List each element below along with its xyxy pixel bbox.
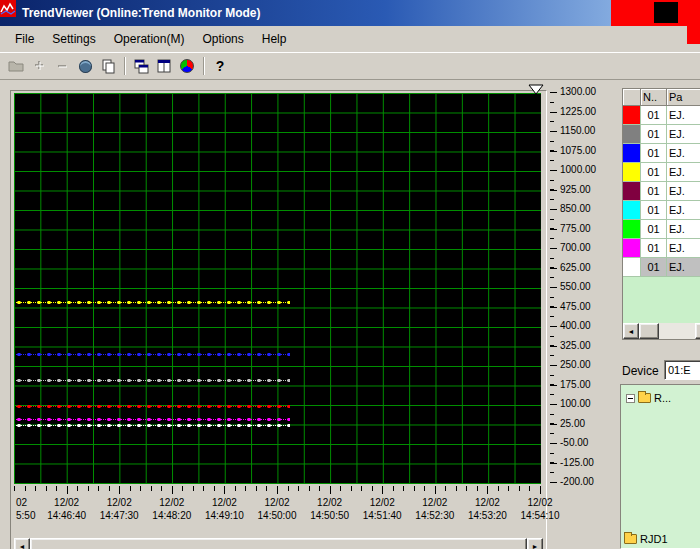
tree-item[interactable]: RJD1 bbox=[624, 533, 668, 545]
series-parameter: EJ. bbox=[667, 258, 700, 277]
copy-button[interactable] bbox=[97, 55, 119, 77]
x-axis-label: 12/0214:51:40 bbox=[363, 496, 402, 522]
folder-icon bbox=[638, 393, 651, 403]
series-number: 01 bbox=[641, 125, 667, 144]
main-area: 025:5012/0214:46:4012/0214:47:3012/0214:… bbox=[0, 80, 700, 549]
menu-options[interactable]: Options bbox=[193, 29, 252, 49]
x-axis-label-time: 14:52:30 bbox=[415, 509, 454, 522]
time-cursor-marker[interactable] bbox=[527, 81, 545, 92]
y-axis-label: 1000.00 bbox=[560, 164, 596, 175]
zoom-out-icon bbox=[54, 58, 70, 74]
color-settings-button[interactable] bbox=[176, 55, 198, 77]
trend-series-red bbox=[16, 404, 290, 409]
parameter-row[interactable]: 01EJ. bbox=[623, 220, 700, 239]
device-tree-panel: R... RJD1 bbox=[620, 384, 700, 549]
y-axis-tick bbox=[550, 482, 557, 483]
titlebar[interactable]: TrendViewer (Online:Trend Monitor Mode) bbox=[0, 0, 700, 26]
scrollbar-thumb[interactable] bbox=[639, 323, 659, 339]
device-label: Device bbox=[622, 364, 659, 378]
series-parameter: EJ. bbox=[667, 182, 700, 201]
y-axis-label: 325.00 bbox=[560, 340, 591, 351]
cascade-windows-button[interactable] bbox=[130, 55, 152, 77]
window-title: TrendViewer (Online:Trend Monitor Mode) bbox=[22, 6, 260, 20]
x-axis-label: 12/0214:53:20 bbox=[468, 496, 507, 522]
red-edge-block bbox=[687, 26, 700, 44]
zoom-in-button[interactable] bbox=[28, 55, 50, 77]
parameter-row[interactable]: 01EJ. bbox=[623, 163, 700, 182]
parameter-row[interactable]: 01EJ. bbox=[623, 201, 700, 220]
x-axis-label: 12/0214:50:50 bbox=[310, 496, 349, 522]
toolbar-separator bbox=[203, 57, 205, 75]
trend-series-magenta bbox=[16, 417, 290, 422]
menu-operationm[interactable]: Operation(M) bbox=[105, 29, 194, 49]
y-axis-label: 175.00 bbox=[560, 379, 591, 390]
help-icon: ? bbox=[216, 58, 225, 74]
column-header[interactable] bbox=[623, 89, 641, 106]
help-button[interactable]: ? bbox=[209, 55, 231, 77]
tile-windows-button[interactable] bbox=[153, 55, 175, 77]
x-axis-label: 025:50 bbox=[16, 496, 35, 522]
y-axis-label: 1075.00 bbox=[560, 145, 596, 156]
parameter-row[interactable]: 01EJ. bbox=[623, 125, 700, 144]
x-axis-tick bbox=[540, 486, 541, 494]
column-header[interactable]: N.. bbox=[641, 89, 667, 106]
y-axis-tick bbox=[550, 248, 557, 249]
parameter-row[interactable]: 01EJ. bbox=[623, 182, 700, 201]
open-file-button[interactable] bbox=[5, 55, 27, 77]
x-axis-label-time: 14:48:20 bbox=[152, 509, 191, 522]
y-axis-tick bbox=[550, 268, 557, 269]
y-axis-label: 400.00 bbox=[560, 320, 591, 331]
tree-root-node[interactable]: R... bbox=[626, 392, 671, 404]
parameter-row[interactable]: 01EJ. bbox=[623, 106, 700, 125]
y-axis-label: 625.00 bbox=[560, 262, 591, 273]
x-axis-label-time: 14:54:10 bbox=[521, 509, 560, 522]
x-axis-label: 12/0214:52:30 bbox=[415, 496, 454, 522]
series-color-swatch bbox=[623, 125, 641, 144]
y-axis-tick bbox=[550, 190, 557, 191]
y-axis-tick bbox=[550, 287, 557, 288]
y-axis-label: 475.00 bbox=[560, 301, 591, 312]
trend-series-white bbox=[16, 423, 290, 428]
series-number: 01 bbox=[641, 106, 667, 125]
series-color-swatch bbox=[623, 182, 641, 201]
parameter-row[interactable]: 01EJ. bbox=[623, 144, 700, 163]
series-number: 01 bbox=[641, 144, 667, 163]
menu-file[interactable]: File bbox=[6, 29, 43, 49]
x-axis: 025:5012/0214:46:4012/0214:47:3012/0214:… bbox=[14, 486, 543, 536]
parameter-row[interactable]: 01EJ. bbox=[623, 239, 700, 258]
parameter-row[interactable]: 01EJ. bbox=[623, 258, 700, 277]
y-axis-label: 850.00 bbox=[560, 203, 591, 214]
menu-help[interactable]: Help bbox=[253, 29, 296, 49]
y-axis-tick bbox=[550, 170, 557, 171]
scrollbar-thumb[interactable] bbox=[30, 538, 527, 549]
scroll-right-arrow-icon[interactable] bbox=[695, 323, 700, 339]
series-parameter: EJ. bbox=[667, 220, 700, 239]
time-scrollbar[interactable] bbox=[14, 538, 543, 549]
online-mode-button[interactable] bbox=[74, 55, 96, 77]
y-axis-tick bbox=[550, 365, 557, 366]
window-controls-area bbox=[611, 0, 700, 26]
series-parameter: EJ. bbox=[667, 106, 700, 125]
x-axis-label-date: 12/02 bbox=[152, 496, 191, 509]
down-triangle-icon bbox=[527, 84, 545, 95]
y-axis-tick bbox=[550, 463, 557, 464]
collapse-icon[interactable] bbox=[626, 394, 635, 403]
window-control-button[interactable] bbox=[654, 2, 678, 23]
scroll-left-arrow-icon[interactable] bbox=[623, 323, 639, 339]
y-axis-tick bbox=[550, 346, 557, 347]
zoom-out-button[interactable] bbox=[51, 55, 73, 77]
x-axis-label-date: 02 bbox=[16, 496, 35, 509]
x-axis-label-time: 14:51:40 bbox=[363, 509, 402, 522]
x-axis-label-time: 14:53:20 bbox=[468, 509, 507, 522]
scroll-left-arrow-icon[interactable] bbox=[14, 538, 30, 549]
tree-item-label: RJD1 bbox=[640, 533, 668, 545]
series-number: 01 bbox=[641, 220, 667, 239]
x-axis-label-date: 12/02 bbox=[468, 496, 507, 509]
trend-plot[interactable] bbox=[14, 93, 541, 484]
menu-settings[interactable]: Settings bbox=[43, 29, 104, 49]
x-axis-label-time: 14:50:50 bbox=[310, 509, 349, 522]
column-header[interactable]: Pa bbox=[667, 89, 700, 106]
parameter-table-scrollbar[interactable] bbox=[623, 323, 700, 339]
device-combobox[interactable]: 01:E bbox=[664, 360, 700, 380]
scroll-right-arrow-icon[interactable] bbox=[527, 538, 543, 549]
